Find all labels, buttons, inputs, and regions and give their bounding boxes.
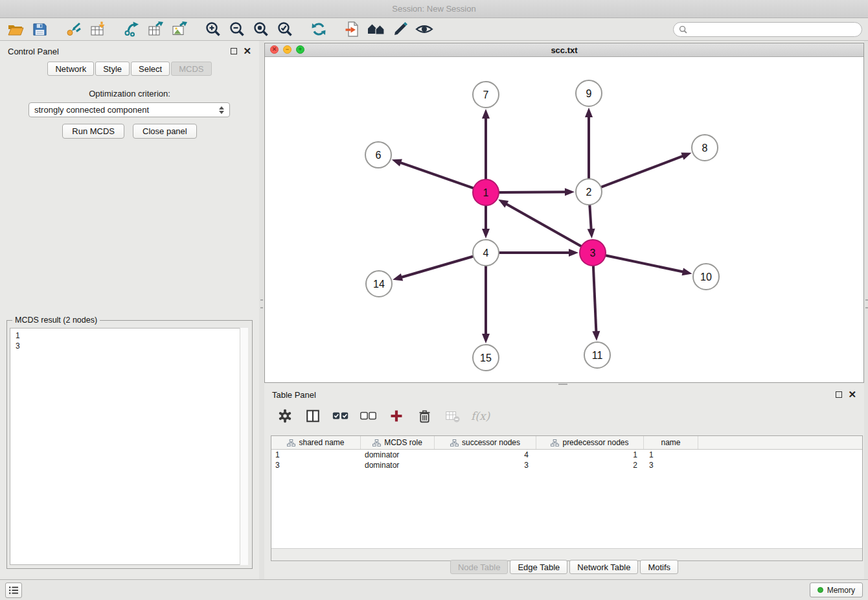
graph-edge-arrowhead — [482, 334, 490, 343]
deselect-all-columns-button[interactable] — [360, 407, 378, 425]
network-canvas[interactable]: 7968124314101511 — [265, 57, 863, 382]
search-input[interactable] — [691, 25, 856, 34]
table-header-row: shared name MCDS role successor nodes pr… — [271, 436, 862, 450]
export-image-button[interactable] — [167, 19, 191, 40]
export-image-icon — [171, 21, 188, 38]
control-panel-close-icon[interactable]: ✕ — [243, 48, 251, 54]
vertical-splitter[interactable] — [259, 41, 264, 579]
graph-edge-3-1[interactable] — [505, 203, 582, 247]
select-all-columns-button[interactable] — [332, 407, 350, 425]
network-window: ✕ − + scc.txt 7968124314101511 — [264, 43, 864, 383]
dropdown-arrows-icon — [219, 106, 224, 114]
open-file-button[interactable] — [4, 19, 28, 40]
graph-edge-3-10[interactable] — [604, 255, 684, 272]
tab-network-table[interactable]: Network Table — [569, 560, 638, 574]
refresh-icon — [310, 21, 327, 38]
tab-mcds[interactable]: MCDS — [171, 62, 211, 76]
tab-select[interactable]: Select — [131, 62, 170, 76]
zoom-traffic-light[interactable]: + — [296, 45, 304, 54]
refresh-layout-button[interactable] — [306, 19, 330, 40]
table-panel-float-icon[interactable] — [836, 391, 842, 398]
delete-column-button[interactable] — [415, 407, 433, 425]
table-panel-close-icon[interactable]: ✕ — [848, 391, 856, 398]
memory-button[interactable]: Memory — [810, 583, 863, 597]
table-row[interactable]: 3 dominator 3 2 3 — [271, 460, 862, 470]
zoom-fit-button[interactable] — [249, 19, 273, 40]
close-traffic-light[interactable]: ✕ — [270, 45, 279, 54]
graph-edge-4-14[interactable] — [401, 256, 475, 277]
horizontal-splitter-grip[interactable] — [558, 384, 567, 386]
graph-edge-arrowhead — [482, 109, 490, 119]
mcds-result-text-area[interactable]: 1 3 — [10, 328, 248, 565]
criterion-dropdown[interactable]: strongly connected component — [29, 102, 230, 117]
graph-edge-arrowhead — [682, 268, 692, 275]
zoom-out-button[interactable] — [225, 19, 249, 40]
unchecked-boxes-icon — [360, 409, 378, 423]
cell-shared-name: 1 — [271, 450, 361, 460]
control-panel-float-icon[interactable] — [231, 48, 237, 54]
show-hide-button[interactable] — [412, 19, 436, 40]
graph-node-label-15: 15 — [480, 352, 492, 363]
plus-icon — [389, 409, 404, 423]
splitter-grip — [260, 299, 263, 308]
cell-name: 3 — [644, 460, 698, 470]
export-table-button[interactable] — [143, 19, 167, 40]
zoom-in-button[interactable] — [201, 19, 225, 40]
save-session-button[interactable] — [28, 19, 52, 40]
home-button[interactable] — [364, 19, 388, 40]
toolbar-search-box[interactable] — [673, 22, 862, 37]
import-table-button[interactable] — [86, 19, 109, 40]
graph-edge-1-2[interactable] — [497, 192, 566, 192]
graph-node-label-14: 14 — [373, 279, 385, 290]
remove-table-icon — [444, 408, 461, 424]
add-column-button[interactable] — [387, 407, 405, 425]
right-edge-splitter[interactable] — [864, 41, 868, 579]
open-session-file-button[interactable] — [340, 19, 364, 40]
close-panel-button[interactable]: Close panel — [133, 124, 197, 139]
column-header-name[interactable]: name — [644, 436, 698, 449]
cell-shared-name: 3 — [271, 460, 361, 470]
import-network-button[interactable] — [62, 19, 86, 40]
network-graph-svg[interactable]: 7968124314101511 — [265, 57, 863, 382]
memory-status-dot — [817, 587, 823, 593]
graph-node-label-3: 3 — [590, 248, 596, 259]
memory-label: Memory — [827, 586, 855, 595]
window-title: Session: New Session — [392, 4, 475, 14]
column-label: MCDS role — [384, 438, 422, 447]
graph-edge-arrowhead — [592, 331, 600, 341]
mcds-result-scrollbar[interactable] — [240, 328, 248, 565]
tab-motifs[interactable]: Motifs — [640, 560, 678, 574]
save-icon — [32, 21, 48, 38]
tab-network[interactable]: Network — [47, 62, 94, 76]
cell-successor-nodes: 3 — [435, 460, 536, 470]
zoom-selected-button[interactable] — [273, 19, 297, 40]
tab-style[interactable]: Style — [95, 62, 130, 76]
column-tree-icon — [372, 439, 381, 446]
column-header-predecessor-nodes[interactable]: predecessor nodes — [536, 436, 644, 449]
graph-node-label-4: 4 — [483, 248, 489, 259]
graph-edge-2-8[interactable] — [600, 156, 683, 187]
document-arrow-icon — [344, 21, 361, 38]
style-brush-button[interactable] — [388, 19, 412, 40]
column-header-shared-name[interactable]: shared name — [271, 436, 361, 449]
main-toolbar — [0, 18, 868, 41]
graph-edge-3-11[interactable] — [593, 264, 597, 332]
node-table: shared name MCDS role successor nodes pr… — [271, 435, 863, 561]
status-menu-button[interactable] — [5, 583, 22, 598]
run-mcds-button[interactable]: Run MCDS — [62, 124, 124, 139]
column-header-successor-nodes[interactable]: successor nodes — [435, 436, 536, 449]
table-settings-button[interactable] — [276, 407, 294, 425]
graph-edge-1-6[interactable] — [400, 163, 475, 189]
table-horizontal-scrollbar[interactable] — [271, 548, 862, 560]
tab-edge-table[interactable]: Edge Table — [510, 560, 567, 574]
tab-node-table[interactable]: Node Table — [450, 560, 508, 574]
export-network-button[interactable] — [119, 19, 143, 40]
graph-edge-arrowhead — [392, 159, 402, 167]
table-toolbar: f(x) — [264, 402, 864, 430]
column-header-mcds-role[interactable]: MCDS role — [361, 436, 435, 449]
graph-edge-2-3[interactable] — [589, 203, 591, 230]
criterion-dropdown-value: strongly connected component — [34, 105, 149, 115]
table-row[interactable]: 1 dominator 4 1 1 — [271, 450, 862, 460]
minimize-traffic-light[interactable]: − — [283, 45, 291, 54]
split-columns-button[interactable] — [304, 407, 322, 425]
